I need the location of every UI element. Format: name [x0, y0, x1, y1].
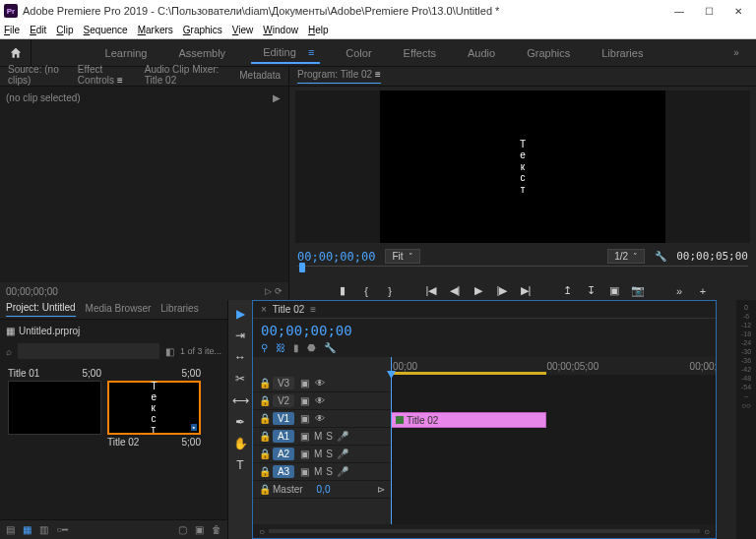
zoom-dropdown[interactable]: 1/2 ˅: [607, 249, 645, 264]
tab-project[interactable]: Project: Untitled: [6, 302, 76, 317]
timeline-clip[interactable]: Title 02: [391, 412, 546, 428]
step-back-icon[interactable]: ◀|: [448, 284, 462, 297]
track-a1[interactable]: 🔒A1▣MS🎤: [253, 428, 391, 446]
work-area-bar[interactable]: [391, 372, 546, 375]
track-a2[interactable]: 🔒A2▣MS🎤: [253, 446, 391, 463]
program-monitor[interactable]: Т е к с т: [295, 90, 750, 243]
program-preview: Т е к с т: [380, 90, 665, 243]
menu-help[interactable]: Help: [308, 25, 329, 35]
go-to-in-icon[interactable]: |◀: [424, 284, 438, 297]
pen-tool-icon[interactable]: ✒: [235, 414, 245, 430]
source-controls-icon[interactable]: ▷ ⟳: [265, 286, 283, 296]
tab-metadata[interactable]: Metadata: [239, 70, 281, 84]
track-v3[interactable]: 🔒V3▣👁: [253, 375, 391, 392]
solo-icon[interactable]: ○○: [741, 401, 751, 410]
menu-clip[interactable]: Clip: [56, 25, 73, 35]
timeline-tab[interactable]: Title 02: [273, 304, 304, 315]
tab-effect-controls[interactable]: Effect Controls ≡: [78, 64, 135, 90]
timeline-playhead[interactable]: [391, 357, 392, 524]
slip-tool-icon[interactable]: ⟷: [232, 392, 249, 408]
track-a3[interactable]: 🔒A3▣MS🎤: [253, 463, 391, 481]
search-input[interactable]: [18, 343, 159, 359]
ws-assembly[interactable]: Assembly: [172, 43, 231, 63]
ws-effects[interactable]: Effects: [398, 43, 442, 63]
item-thumbnail[interactable]: [8, 381, 101, 435]
add-marker-icon[interactable]: ▮: [336, 284, 349, 297]
timeline-ruler[interactable]: 00;00 00;00;05;00 00;00;10;: [391, 357, 716, 375]
mark-in-icon[interactable]: {: [359, 285, 373, 297]
timeline-zoom-slider[interactable]: [269, 529, 700, 533]
menu-sequence[interactable]: Sequence: [84, 25, 128, 35]
tab-program[interactable]: Program: Title 02 ≡: [297, 69, 381, 84]
ws-color[interactable]: Color: [340, 43, 377, 63]
filter-icon[interactable]: ◧: [165, 346, 174, 357]
new-bin-icon[interactable]: ▢: [178, 524, 187, 535]
wrench-icon[interactable]: 🔧: [655, 251, 666, 262]
mark-out-icon[interactable]: }: [383, 285, 397, 297]
menu-graphics[interactable]: Graphics: [183, 25, 222, 35]
linked-selection-icon[interactable]: ⛓: [276, 342, 285, 353]
tab-source[interactable]: Source: (no clips): [8, 64, 68, 89]
ws-graphics[interactable]: Graphics: [521, 43, 576, 63]
program-playhead[interactable]: [299, 263, 305, 272]
menu-markers[interactable]: Markers: [138, 25, 173, 35]
extract-icon[interactable]: ↧: [584, 284, 598, 297]
fit-dropdown[interactable]: Fit ˅: [385, 249, 419, 264]
program-timecode-left[interactable]: 00;00;00;00: [297, 250, 375, 264]
timeline-zoom-in-icon[interactable]: ○: [704, 526, 710, 537]
tab-media-browser[interactable]: Media Browser: [86, 303, 152, 317]
tab-audio-mixer[interactable]: Audio Clip Mixer: Title 02: [145, 64, 230, 89]
new-item-icon[interactable]: ▣: [195, 524, 204, 535]
ws-overflow-button[interactable]: »: [717, 47, 756, 58]
ripple-edit-tool-icon[interactable]: ↔: [234, 349, 246, 365]
close-button[interactable]: ✕: [724, 2, 752, 20]
list-view-icon[interactable]: ▤: [6, 524, 15, 535]
tracks-area[interactable]: 00;00 00;00;05;00 00;00;10; Title 02: [391, 357, 716, 524]
source-timecode: 00;00;00;00: [6, 286, 58, 297]
menu-window[interactable]: Window: [263, 25, 298, 35]
project-item[interactable]: 5;00 Текст ▪ Title 025;00: [107, 368, 201, 448]
bin-icon: ▦: [6, 326, 15, 336]
snap-icon[interactable]: ⚲: [261, 342, 268, 353]
item-thumbnail[interactable]: Текст ▪: [107, 381, 201, 435]
lift-icon[interactable]: ↥: [560, 284, 574, 297]
settings-icon[interactable]: ⬣: [307, 342, 316, 353]
zoom-slider[interactable]: ○━: [56, 524, 68, 535]
marker-icon[interactable]: ▮: [293, 342, 299, 353]
hand-tool-icon[interactable]: ✋: [233, 436, 248, 451]
timeline-zoom-out-icon[interactable]: ○: [259, 526, 265, 537]
add-button-icon[interactable]: +: [696, 285, 710, 297]
track-v2[interactable]: 🔒V2▣👁: [253, 392, 391, 410]
wrench-icon[interactable]: 🔧: [324, 342, 336, 353]
project-item[interactable]: Title 015;00: [8, 368, 101, 448]
menu-edit[interactable]: Edit: [30, 25, 46, 35]
program-ruler[interactable]: [297, 266, 748, 281]
type-tool-icon[interactable]: T: [236, 457, 243, 473]
timeline-timecode[interactable]: 00;00;00;00: [261, 323, 352, 338]
track-select-tool-icon[interactable]: ⇥: [235, 328, 245, 343]
icon-view-icon[interactable]: ▦: [23, 524, 32, 535]
play-icon[interactable]: ▶: [472, 284, 485, 297]
razor-tool-icon[interactable]: ✂: [235, 371, 245, 387]
menu-file[interactable]: File: [4, 25, 20, 35]
camera-icon[interactable]: 📷: [631, 284, 645, 297]
export-frame-icon[interactable]: ▣: [607, 284, 621, 297]
home-button[interactable]: [0, 39, 32, 67]
maximize-button[interactable]: ☐: [695, 2, 723, 20]
ws-learning[interactable]: Learning: [99, 43, 154, 63]
go-to-out-icon[interactable]: ▶|: [519, 284, 533, 297]
chevron-right-icon[interactable]: ▶: [273, 92, 281, 103]
ws-editing[interactable]: Editing ≡: [251, 42, 320, 64]
menu-view[interactable]: View: [232, 25, 254, 35]
track-master[interactable]: 🔒Master0,0⊳: [253, 481, 391, 499]
minimize-button[interactable]: —: [665, 2, 693, 20]
track-v1[interactable]: 🔒V1▣👁: [253, 410, 391, 428]
overflow-icon[interactable]: »: [672, 285, 686, 297]
tab-libraries[interactable]: Libraries: [160, 303, 198, 317]
ws-libraries[interactable]: Libraries: [596, 43, 649, 63]
ws-audio[interactable]: Audio: [462, 43, 501, 63]
trash-icon[interactable]: 🗑: [212, 524, 221, 535]
step-forward-icon[interactable]: |▶: [495, 284, 509, 297]
freeform-view-icon[interactable]: ▥: [39, 524, 48, 535]
selection-tool-icon[interactable]: ▶: [236, 306, 245, 322]
